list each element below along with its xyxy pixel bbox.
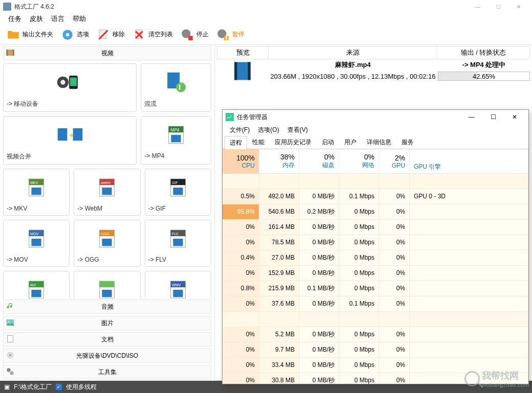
- category-video[interactable]: 视频: [3, 46, 211, 60]
- tm-process-row[interactable]: 0%78.5 MB0 MB/秒0 Mbps0%: [223, 235, 528, 250]
- tm-process-row[interactable]: 0%30.8 MB0 MB/秒0 Mbps0%: [223, 373, 528, 384]
- progress-bar: 42.65%: [438, 72, 530, 81]
- tm-header-gpu-engine[interactable]: GPU 引擎: [410, 149, 528, 173]
- svg-rect-37: [173, 188, 183, 195]
- tm-menu-file[interactable]: 文件(F): [226, 125, 254, 135]
- titlebar: 格式工厂 4.6.2 — ☐ ✕: [0, 0, 532, 13]
- col-source[interactable]: 来源: [269, 47, 437, 59]
- task-row[interactable]: 麻辣虾.mp4 203.66M , 1920x1080 , 30.00fps ,…: [217, 60, 530, 82]
- format-item0[interactable]: -> 移动设备: [3, 63, 137, 112]
- category-image[interactable]: 图片: [3, 316, 211, 330]
- format-item1[interactable]: 混流: [141, 63, 211, 112]
- tm-process-row[interactable]: 0%152.9 MB0 MB/秒0 Mbps0%: [223, 266, 528, 281]
- tm-process-row[interactable]: 0%33.4 MB0 MB/秒0 Mbps0%: [223, 358, 528, 373]
- tm-process-row[interactable]: 0%161.4 MB0 MB/秒0 Mbps0%: [223, 220, 528, 235]
- stop-button[interactable]: 停止: [178, 27, 211, 43]
- pause-button[interactable]: 暂停: [214, 27, 247, 43]
- multithread-checkbox[interactable]: ✓: [56, 384, 62, 390]
- svg-rect-69: [234, 62, 237, 80]
- col-preview[interactable]: 预览: [217, 47, 269, 59]
- close-button[interactable]: ✕: [508, 0, 529, 13]
- format-item2[interactable]: +视频合并: [3, 116, 137, 165]
- tm-tab-5[interactable]: 详细信息: [362, 135, 396, 149]
- format-webm[interactable]: webm-> WebM: [74, 169, 140, 216]
- remove-icon: [96, 28, 110, 42]
- svg-rect-49: [173, 239, 183, 246]
- tm-header-CPU[interactable]: 100%CPU: [223, 149, 259, 173]
- col-status[interactable]: 输出 / 转换状态: [437, 47, 529, 59]
- pause-icon: [216, 28, 230, 42]
- task-thumbnail: [217, 60, 268, 82]
- svg-rect-16: [70, 78, 77, 86]
- svg-rect-60: [173, 290, 183, 297]
- gears-icon: [6, 367, 16, 377]
- tm-tab-2[interactable]: 应用历史记录: [270, 135, 317, 149]
- category-disc[interactable]: 光驱设备\DVD\CD\ISO: [3, 349, 211, 363]
- tm-process-row[interactable]: 0%37.6 MB0 MB/秒0.1 Mbps0%: [223, 296, 528, 312]
- svg-rect-21: [73, 128, 82, 141]
- tm-process-row[interactable]: 95.8%540.6 MB0.2 MB/秒0 Mbps0%: [223, 204, 528, 220]
- tm-menubar: 文件(F) 选项(O) 查看(V): [223, 124, 528, 135]
- tm-process-row[interactable]: 0%5.2 MB0 MB/秒0 Mbps0%: [223, 327, 528, 342]
- tm-minimize-button[interactable]: —: [461, 110, 482, 124]
- tm-close-button[interactable]: ✕: [504, 110, 525, 124]
- tm-title-text: 任务管理器: [237, 113, 268, 122]
- tm-header-网络[interactable]: 0%网络: [339, 149, 379, 173]
- menu-skin[interactable]: 皮肤: [26, 13, 47, 25]
- format-mov[interactable]: MOV-> MOV: [3, 220, 70, 267]
- category-doc[interactable]: 文档: [3, 332, 211, 346]
- tm-header-磁盘[interactable]: 0%磁盘: [299, 149, 339, 173]
- tm-titlebar[interactable]: 任务管理器 — ☐ ✕: [223, 110, 528, 124]
- tm-process-row[interactable]: 0.4%27.0 MB0 MB/秒0 Mbps0%: [223, 250, 528, 266]
- menu-task[interactable]: 任务: [4, 13, 26, 25]
- output-path[interactable]: F:\格式化工厂: [14, 383, 52, 391]
- minimize-button[interactable]: —: [468, 0, 488, 13]
- svg-point-66: [7, 368, 11, 372]
- format-icon: AVI: [7, 274, 66, 298]
- tm-tab-4[interactable]: 用户: [339, 135, 362, 149]
- svg-rect-70: [248, 62, 251, 80]
- tm-header-内存[interactable]: 38%内存: [259, 149, 299, 173]
- tm-tab-0[interactable]: 进程: [225, 136, 247, 149]
- tm-header-GPU[interactable]: 2%GPU: [379, 149, 410, 173]
- format-mp4[interactable]: MP4-> MP4: [141, 116, 211, 165]
- options-button[interactable]: 选项: [58, 27, 91, 43]
- output-folder-button[interactable]: 输出文件夹: [4, 27, 55, 43]
- path-icon: ▣: [4, 383, 10, 390]
- format-avi[interactable]: AVI-> AVI: [3, 271, 70, 298]
- category-audio[interactable]: 音频: [3, 299, 211, 314]
- clear-button[interactable]: 清空列表: [130, 27, 175, 43]
- format-flv[interactable]: FLV-> FLV: [145, 220, 211, 267]
- format-icon: OGG: [77, 223, 137, 254]
- format-mkv[interactable]: MKV-> MKV: [3, 169, 70, 216]
- format-item11[interactable]: [74, 271, 140, 298]
- remove-button[interactable]: 移除: [94, 27, 127, 43]
- format-icon: MKV: [7, 172, 66, 203]
- tm-process-row[interactable]: 0%9.7 MB0 MB/秒0 Mbps0%: [223, 342, 528, 358]
- svg-point-67: [10, 371, 14, 375]
- format-ogg[interactable]: OGG-> OGG: [74, 220, 140, 267]
- format-icon: [77, 274, 137, 298]
- menu-help[interactable]: 帮助: [69, 13, 90, 25]
- image-icon: [6, 318, 16, 328]
- tm-process-row[interactable]: [223, 312, 528, 327]
- menu-lang[interactable]: 语言: [47, 13, 69, 25]
- maximize-button[interactable]: ☐: [488, 0, 508, 13]
- tm-maximize-button[interactable]: ☐: [482, 110, 504, 124]
- tm-tab-3[interactable]: 启动: [317, 135, 339, 149]
- tm-tab-1[interactable]: 性能: [247, 135, 270, 149]
- clear-icon: [132, 28, 146, 42]
- svg-rect-71: [226, 113, 234, 121]
- tm-menu-options[interactable]: 选项(O): [254, 125, 283, 135]
- tm-process-row[interactable]: 0.5%492.0 MB0 MB/秒0.1 Mbps0%GPU 0 - 3D: [223, 189, 528, 204]
- tm-process-row[interactable]: 0.8%215.9 MB0.1 MB/秒0 Mbps0%: [223, 281, 528, 296]
- svg-rect-53: [32, 290, 41, 297]
- svg-text:GIF: GIF: [172, 180, 179, 185]
- tm-process-row[interactable]: [223, 174, 528, 189]
- film-icon: [6, 48, 16, 58]
- format-gif[interactable]: GIF-> GIF: [145, 169, 211, 216]
- category-tools[interactable]: 工具集: [3, 365, 211, 379]
- format-wmv[interactable]: WMV-> WMV: [145, 271, 211, 298]
- tm-tab-6[interactable]: 服务: [396, 135, 419, 149]
- tm-menu-view[interactable]: 查看(V): [283, 125, 312, 135]
